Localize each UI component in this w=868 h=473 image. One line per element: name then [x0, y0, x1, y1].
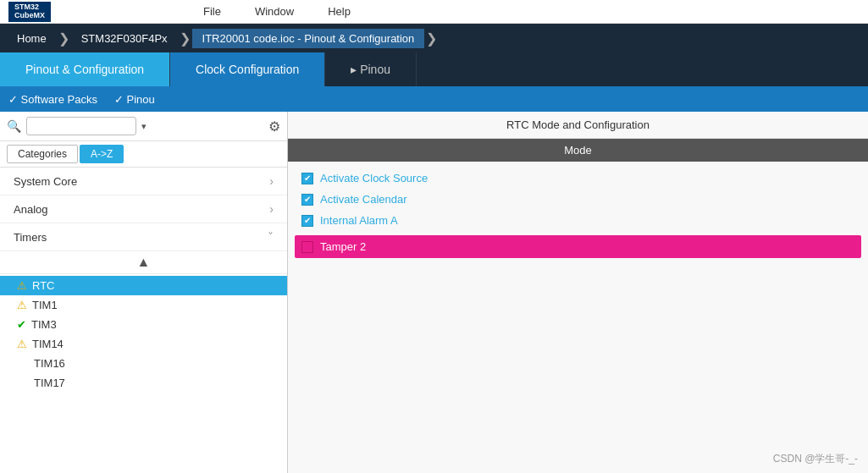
sub-item-tim17[interactable]: TIM17 [0, 373, 287, 393]
nav-section-analog-label: Analog [14, 203, 47, 216]
mode-label-tamper2: Tamper 2 [320, 240, 366, 253]
category-tabs: Categories A->Z [0, 141, 287, 168]
panel-title: RTC Mode and Configuration [288, 112, 868, 139]
mode-header: Mode [288, 139, 868, 162]
mode-row-tamper2[interactable]: Tamper 2 [295, 235, 861, 258]
mode-label-calendar: Activate Calendar [320, 193, 407, 206]
sub-item-rtc-label: RTC [32, 279, 54, 292]
dropdown-arrow-icon[interactable]: ▾ [141, 121, 147, 132]
checkbox-internal-alarm[interactable]: ✔ [301, 215, 313, 227]
breadcrumb-chevron-2: ❯ [180, 30, 191, 47]
checkbox-clock-source[interactable]: ✔ [301, 173, 313, 184]
check-icon-tim3: ✔ [17, 318, 26, 331]
mode-row-internal-alarm[interactable]: ✔ Internal Alarm A [301, 214, 854, 227]
sub-item-tim14-label: TIM14 [32, 338, 64, 350]
logo-area: STM32CubeMX [8, 2, 51, 22]
tab-extra[interactable]: ▸ Pinou [325, 52, 417, 86]
checkbox-tamper2[interactable] [301, 241, 313, 253]
nav-section-analog[interactable]: Analog › [0, 195, 287, 223]
checkbox-calendar[interactable]: ✔ [301, 194, 313, 206]
sub-item-tim17-label: TIM17 [34, 377, 65, 389]
mode-row-clock-source[interactable]: ✔ Activate Clock Source [301, 172, 854, 184]
sub-item-tim14[interactable]: ⚠ TIM14 [0, 334, 287, 354]
menu-items: File Window Help [203, 5, 351, 18]
help-menu[interactable]: Help [328, 5, 351, 18]
sub-item-tim1[interactable]: ⚠ TIM1 [0, 295, 287, 315]
tab-pinout[interactable]: Pinout & Configuration [0, 52, 170, 86]
tab-az[interactable]: A->Z [80, 145, 124, 163]
breadcrumb-chevron-1: ❯ [58, 30, 69, 47]
mode-row-calendar[interactable]: ✔ Activate Calendar [301, 193, 854, 206]
mode-content: ✔ Activate Clock Source ✔ Activate Calen… [288, 162, 868, 268]
nav-section-timers-label: Timers [14, 231, 47, 244]
sub-item-rtc[interactable]: ⚠ RTC [0, 276, 287, 295]
left-panel: 🔍 ▾ ⚙ Categories A->Z System Core › Anal… [0, 112, 288, 473]
subtab-row: ✓ Software Packs ✓ Pinou [0, 86, 868, 112]
mode-label-internal-alarm: Internal Alarm A [320, 214, 398, 227]
sub-items-list: ⚠ RTC ⚠ TIM1 ✔ TIM3 ⚠ TIM14 [0, 274, 287, 394]
main-area: 🔍 ▾ ⚙ Categories A->Z System Core › Anal… [0, 112, 868, 473]
breadcrumb-chevron-3: ❯ [426, 30, 437, 47]
breadcrumb-device[interactable]: STM32F030F4Px [71, 29, 178, 48]
search-bar: 🔍 ▾ ⚙ [0, 112, 287, 141]
nav-section-system-core-label: System Core [14, 175, 77, 188]
window-menu[interactable]: Window [255, 5, 294, 18]
watermark: CSDN @学生哥-_- [773, 452, 858, 466]
nav-section-analog-arrow: › [269, 202, 274, 216]
gear-icon[interactable]: ⚙ [268, 118, 280, 135]
nav-section-timers[interactable]: Timers ˅ [0, 223, 287, 251]
sub-item-tim1-label: TIM1 [32, 299, 58, 311]
file-menu[interactable]: File [203, 5, 221, 18]
tab-clock[interactable]: Clock Configuration [170, 52, 325, 86]
warning-icon-tim14: ⚠ [17, 338, 27, 350]
stm32-logo: STM32CubeMX [8, 2, 51, 22]
search-input[interactable] [26, 117, 136, 135]
subtab-pinout[interactable]: ✓ Pinou [114, 93, 155, 106]
warning-icon-rtc: ⚠ [17, 279, 27, 292]
sub-item-tim16[interactable]: TIM16 [0, 354, 287, 373]
menu-bar: STM32CubeMX File Window Help [0, 0, 868, 24]
tab-categories[interactable]: Categories [7, 145, 78, 163]
breadcrumb-home[interactable]: Home [7, 29, 57, 48]
tab-row: Pinout & Configuration Clock Configurati… [0, 52, 868, 86]
nav-section-system-core-arrow: › [269, 174, 274, 188]
warning-icon-tim1: ⚠ [17, 299, 27, 311]
breadcrumb: Home ❯ STM32F030F4Px ❯ ITR20001 code.ioc… [0, 24, 868, 52]
search-icon: 🔍 [7, 119, 21, 133]
mode-label-clock-source: Activate Clock Source [320, 172, 428, 184]
subtab-software-packs[interactable]: ✓ Software Packs [8, 93, 97, 106]
sub-item-tim3[interactable]: ✔ TIM3 [0, 315, 287, 334]
expand-button[interactable]: ▲ [0, 251, 287, 274]
right-panel: RTC Mode and Configuration Mode ✔ Activa… [288, 112, 868, 473]
breadcrumb-project[interactable]: ITR20001 code.ioc - Pinout & Configurati… [192, 29, 425, 48]
nav-section-timers-arrow: ˅ [268, 230, 274, 244]
nav-list: System Core › Analog › Timers ˅ ▲ ⚠ RTC [0, 168, 287, 473]
nav-section-system-core[interactable]: System Core › [0, 168, 287, 195]
sub-item-tim3-label: TIM3 [31, 318, 57, 331]
sub-item-tim16-label: TIM16 [34, 357, 65, 370]
